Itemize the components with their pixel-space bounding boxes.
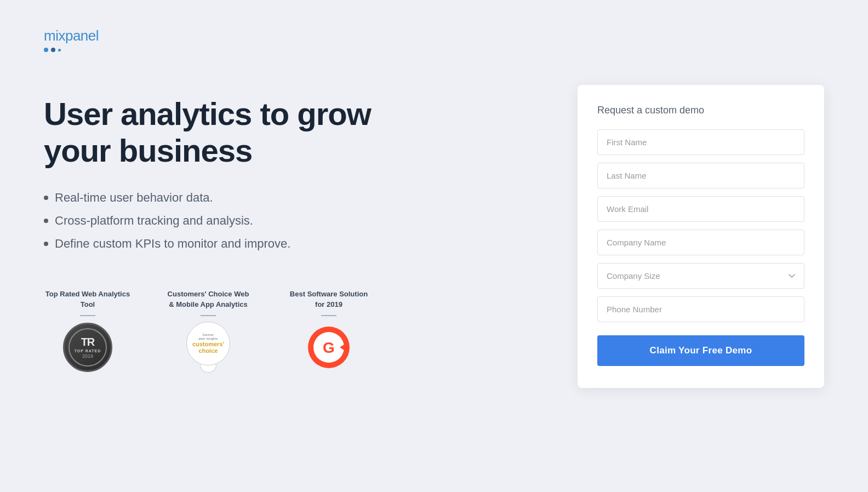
logo-text: mixpanel bbox=[44, 27, 99, 44]
badge-tr-year: 2019 bbox=[82, 353, 93, 359]
award-title: Top Rated Web Analytics Tool bbox=[44, 289, 132, 309]
award-divider bbox=[201, 315, 216, 316]
logo-dot-1 bbox=[44, 48, 48, 52]
list-item: Define custom KPIs to monitor and improv… bbox=[44, 237, 427, 251]
logo-dot-3 bbox=[58, 49, 61, 52]
trustradius-badge: TR TOP RATED 2019 bbox=[63, 323, 112, 372]
page-wrapper: mixpanel User analytics to grow your bus… bbox=[0, 0, 868, 492]
submit-button[interactable]: Claim Your Free Demo bbox=[597, 335, 804, 366]
award-badge: Gartnerpeer insights customers'choice bbox=[184, 323, 233, 372]
awards-section: Top Rated Web Analytics Tool TR TOP RATE… bbox=[44, 289, 427, 371]
logo-dot-2 bbox=[51, 48, 55, 52]
badge-tr-text: TOP RATED bbox=[75, 349, 101, 353]
award-badge: G 2 bbox=[304, 323, 353, 372]
award-divider bbox=[321, 315, 336, 316]
gartner-circle: Gartnerpeer insights customers'choice bbox=[186, 322, 230, 365]
bullet-dot bbox=[44, 219, 48, 223]
company-size-select[interactable]: Company Size 1-10 11-50 51-200 201-1000 … bbox=[597, 263, 804, 289]
company-name-input[interactable] bbox=[597, 230, 804, 255]
award-title: Best Software Solution for 2019 bbox=[285, 289, 373, 309]
award-trustradius: Top Rated Web Analytics Tool TR TOP RATE… bbox=[44, 289, 132, 371]
gartner-badge: Gartnerpeer insights customers'choice bbox=[184, 320, 233, 375]
work-email-group bbox=[597, 196, 804, 222]
feature-list: Real-time user behavior data. Cross-plat… bbox=[44, 191, 427, 251]
award-divider bbox=[80, 315, 95, 316]
first-name-input[interactable] bbox=[597, 129, 804, 155]
left-panel: User analytics to grow your business Rea… bbox=[44, 85, 427, 372]
hero-headline: User analytics to grow your business bbox=[44, 96, 427, 169]
bullet-dot bbox=[44, 196, 48, 200]
last-name-input[interactable] bbox=[597, 163, 804, 188]
work-email-input[interactable] bbox=[597, 196, 804, 222]
svg-text:2: 2 bbox=[335, 339, 340, 348]
phone-number-input[interactable] bbox=[597, 296, 804, 322]
badge-tr-logo: TR bbox=[81, 336, 95, 348]
g2-badge: G 2 bbox=[304, 323, 353, 372]
logo: mixpanel bbox=[44, 27, 824, 52]
right-panel: Request a custom demo Company Size bbox=[578, 85, 824, 388]
phone-number-group bbox=[597, 296, 804, 322]
gartner-text-top: Gartnerpeer insights bbox=[198, 333, 218, 341]
award-title: Customers' Choice Web & Mobile App Analy… bbox=[164, 289, 252, 309]
gartner-badge-main: customers'choice bbox=[192, 341, 224, 354]
logo-dots bbox=[44, 48, 99, 52]
form-card: Request a custom demo Company Size bbox=[578, 85, 824, 388]
list-item: Cross-platform tracking and analysis. bbox=[44, 214, 427, 228]
header: mixpanel bbox=[44, 27, 824, 52]
form-title: Request a custom demo bbox=[597, 105, 804, 116]
award-badge: TR TOP RATED 2019 bbox=[63, 323, 112, 372]
award-g2: Best Software Solution for 2019 G 2 bbox=[285, 289, 373, 371]
company-name-group bbox=[597, 230, 804, 255]
list-item: Real-time user behavior data. bbox=[44, 191, 427, 205]
svg-text:G: G bbox=[323, 339, 335, 356]
first-name-group bbox=[597, 129, 804, 155]
award-gartner: Customers' Choice Web & Mobile App Analy… bbox=[164, 289, 252, 371]
logo-svg: mixpanel bbox=[44, 27, 99, 52]
main-content: User analytics to grow your business Rea… bbox=[44, 85, 824, 388]
gartner-tail bbox=[200, 365, 216, 373]
badge-inner: TR TOP RATED 2019 bbox=[68, 328, 107, 367]
last-name-group bbox=[597, 163, 804, 188]
bullet-dot bbox=[44, 242, 48, 246]
g2-icon: G 2 bbox=[307, 325, 351, 369]
company-size-group: Company Size 1-10 11-50 51-200 201-1000 … bbox=[597, 263, 804, 289]
